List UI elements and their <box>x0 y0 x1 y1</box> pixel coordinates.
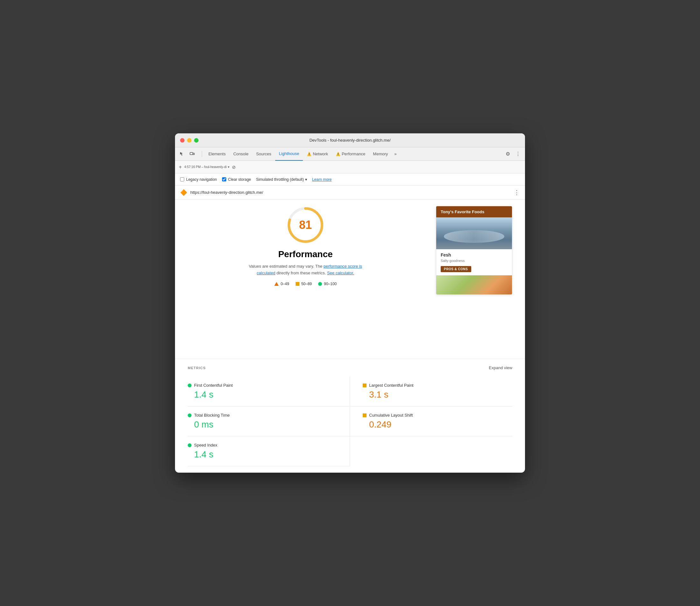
metric-tbt-label-row: Total Blocking Time <box>188 413 337 418</box>
devtools-window: DevTools - foul-heavenly-direction.glitc… <box>175 133 525 473</box>
minimize-button[interactable] <box>187 138 192 143</box>
calculator-link[interactable]: See calculator. <box>327 271 354 275</box>
svg-rect-0 <box>190 153 193 155</box>
cls-status-indicator <box>363 414 366 417</box>
url-text: https://foul-heavenly-direction.glitch.m… <box>190 190 511 195</box>
metrics-grid: First Contentful Paint 1.4 s Largest Con… <box>188 376 512 466</box>
food-description: Salty goodness <box>441 259 507 262</box>
tab-elements[interactable]: Elements <box>204 147 230 161</box>
fail-indicator <box>274 282 279 286</box>
main-content: 81 Performance Values are estimated and … <box>175 200 525 359</box>
svg-rect-1 <box>193 153 194 155</box>
score-value: 81 <box>299 218 312 232</box>
options-bar: Legacy navigation Clear storage Simulate… <box>175 173 525 186</box>
metric-lcp-label-row: Largest Contentful Paint <box>363 383 512 388</box>
metric-cls-value: 0.249 <box>363 419 512 430</box>
device-toggle-icon[interactable] <box>188 149 197 159</box>
metric-cls-label-row: Cumulative Layout Shift <box>363 413 512 418</box>
metric-si-label-row: Speed Index <box>188 443 337 447</box>
legacy-nav-checkbox[interactable] <box>180 177 184 181</box>
metric-lcp-label: Largest Contentful Paint <box>369 383 413 388</box>
titlebar: DevTools - foul-heavenly-direction.glitc… <box>175 133 525 147</box>
metric-si-value: 1.4 s <box>188 449 337 460</box>
legend-fail: 0–49 <box>274 282 289 286</box>
food-name: Fesh <box>441 252 507 257</box>
tab-network[interactable]: ⚠️ Network <box>303 147 332 161</box>
metric-fcp-label: First Contentful Paint <box>194 383 233 388</box>
maximize-button[interactable] <box>194 138 198 143</box>
metric-lcp: Largest Contentful Paint 3.1 s <box>350 376 512 406</box>
metric-fcp-value: 1.4 s <box>188 390 337 400</box>
tab-more-button[interactable]: » <box>392 152 399 156</box>
lcp-status-indicator <box>363 383 366 387</box>
tab-memory[interactable]: Memory <box>369 147 392 161</box>
metric-fcp-label-row: First Contentful Paint <box>188 383 337 388</box>
food-card-body: Fesh Salty goodness PROS & CONS <box>436 249 512 275</box>
metric-tbt-label: Total Blocking Time <box>194 413 230 418</box>
metric-cls-label: Cumulative Layout Shift <box>369 413 413 418</box>
metric-si: Speed Index 1.4 s <box>188 436 350 466</box>
si-status-indicator <box>188 443 192 447</box>
metric-tbt: Total Blocking Time 0 ms <box>188 406 350 436</box>
performance-description: Values are estimated and may vary. The p… <box>245 263 366 277</box>
learn-more-link[interactable]: Learn more <box>312 177 332 182</box>
score-legend: 0–49 50–89 90–100 <box>274 282 337 286</box>
url-bar: 🔶 https://foul-heavenly-direction.glitch… <box>175 186 525 200</box>
metric-cls: Cumulative Layout Shift 0.249 <box>350 406 512 436</box>
expand-view-button[interactable]: Expand view <box>489 365 512 370</box>
tab-console[interactable]: Console <box>230 147 252 161</box>
inspect-icon[interactable] <box>177 149 187 159</box>
network-warning-icon: ⚠️ <box>307 152 312 156</box>
stop-icon[interactable]: ⊘ <box>232 165 236 170</box>
metric-lcp-value: 3.1 s <box>363 390 512 400</box>
clear-storage-checkbox[interactable] <box>222 177 226 181</box>
traffic-lights <box>180 138 198 143</box>
legend-pass: 90–100 <box>318 282 337 286</box>
metrics-header: METRICS Expand view <box>188 365 512 370</box>
metric-si-label: Speed Index <box>194 443 217 447</box>
performance-title: Performance <box>278 249 333 259</box>
metric-tbt-value: 0 ms <box>188 419 337 430</box>
tab-separator <box>202 151 202 157</box>
close-button[interactable] <box>180 138 185 143</box>
clear-storage-option[interactable]: Clear storage <box>222 177 251 182</box>
window-title: DevTools - foul-heavenly-direction.glitc… <box>309 138 390 143</box>
score-panel: 81 Performance Values are estimated and … <box>188 206 423 352</box>
tab-performance[interactable]: ⚠️ Performance <box>332 147 369 161</box>
legacy-nav-option[interactable]: Legacy navigation <box>180 177 217 182</box>
fcp-status-indicator <box>188 383 192 387</box>
metrics-section: METRICS Expand view First Contentful Pai… <box>175 359 525 473</box>
url-more-button[interactable]: ⋮ <box>514 189 520 196</box>
session-dropdown[interactable]: 4:57:16 PM – foul-heavenly-di ▾ <box>184 165 230 169</box>
pass-indicator <box>318 282 322 286</box>
settings-icon[interactable]: ⚙ <box>503 149 512 159</box>
throttle-dropdown[interactable]: Simulated throttling (default) ▾ <box>256 177 307 182</box>
tbt-status-indicator <box>188 414 192 417</box>
food-card-panel: Tony's Favorite Foods Fesh Salty goodnes… <box>436 206 512 352</box>
score-ring: 81 <box>286 206 324 244</box>
pros-cons-button[interactable]: PROS & CONS <box>441 266 471 272</box>
site-icon: 🔶 <box>180 189 187 196</box>
food-card-image2 <box>436 275 512 295</box>
food-card-header: Tony's Favorite Foods <box>436 206 512 217</box>
food-card: Tony's Favorite Foods Fesh Salty goodnes… <box>436 206 512 295</box>
food-card-image <box>436 217 512 249</box>
average-indicator <box>296 282 299 286</box>
metrics-title: METRICS <box>188 366 206 370</box>
devtools-tabs-bar: Elements Console Sources Lighthouse ⚠️ N… <box>175 147 525 161</box>
legend-average: 50–89 <box>296 282 312 286</box>
add-report-button[interactable]: + <box>179 164 182 170</box>
fish-image <box>436 217 512 249</box>
lighthouse-toolbar: + 4:57:16 PM – foul-heavenly-di ▾ ⊘ <box>175 161 525 173</box>
devtools-icon-group <box>177 149 197 159</box>
metric-fcp: First Contentful Paint 1.4 s <box>188 376 350 406</box>
tabs-right-icons: ⚙ ⋮ <box>503 149 523 159</box>
tab-lighthouse[interactable]: Lighthouse <box>275 147 303 161</box>
tab-sources[interactable]: Sources <box>252 147 275 161</box>
performance-warning-icon: ⚠️ <box>336 152 340 156</box>
more-options-icon[interactable]: ⋮ <box>513 149 523 159</box>
